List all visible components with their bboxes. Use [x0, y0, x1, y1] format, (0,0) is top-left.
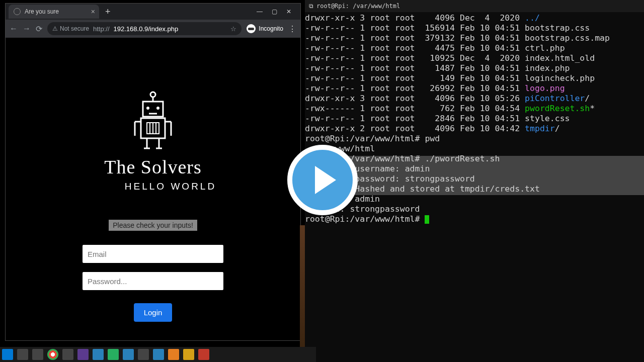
warning-icon: ⚠ [52, 25, 58, 32]
incognito-badge: Incognito [247, 24, 283, 33]
tab-title: Are you sure [25, 8, 59, 15]
svg-point-0 [150, 92, 155, 97]
hello-world: HELLO WORLD [125, 181, 216, 192]
url-prefix: http:// [93, 25, 110, 33]
incognito-label: Incognito [259, 25, 283, 32]
start-button[interactable] [2, 349, 13, 360]
window-controls: — ▢ ✕ [257, 8, 297, 15]
terminal-content[interactable]: drwxr-xr-x 3 root root 4096 Dec 4 2020 .… [305, 12, 644, 225]
app-icon-7[interactable] [198, 349, 209, 360]
password-field[interactable] [83, 272, 223, 290]
app-icon-2[interactable] [93, 349, 104, 360]
svg-point-3 [146, 107, 149, 110]
settings-icon[interactable] [62, 349, 73, 360]
not-secure-badge: ⚠ Not secure [52, 25, 89, 32]
app-icon-4[interactable] [138, 349, 149, 360]
browser-tab[interactable]: Are you sure × [9, 5, 99, 19]
chrome-icon[interactable] [47, 349, 58, 360]
close-window-icon[interactable]: ✕ [286, 8, 291, 15]
task-view-icon[interactable] [17, 349, 28, 360]
maximize-icon[interactable]: ▢ [272, 8, 277, 15]
vscode-icon[interactable] [153, 349, 164, 360]
menu-icon[interactable]: ⋮ [288, 24, 296, 34]
app-icon-5[interactable] [168, 349, 179, 360]
tab-bar: Are you sure × + — ▢ ✕ [6, 4, 300, 20]
url-text: 192.168.0.9/index.php [114, 25, 179, 33]
taskbar [0, 347, 316, 362]
robot-logo-icon [128, 90, 178, 151]
app-icon-6[interactable] [183, 349, 194, 360]
terminal-title: root@Rpi: /var/www/html [316, 3, 400, 10]
new-tab-button[interactable]: + [105, 7, 111, 17]
file-explorer-icon[interactable] [32, 349, 43, 360]
terminal-titlebar: ⧉ root@Rpi: /var/www/html [305, 0, 644, 12]
address-bar[interactable]: ⚠ Not secure http://192.168.0.9/index.ph… [47, 22, 242, 35]
email-field[interactable] [83, 245, 223, 263]
close-icon[interactable]: × [91, 8, 95, 16]
browser-window: Are you sure × + — ▢ ✕ ← → ⟳ ⚠ Not secur… [5, 3, 301, 341]
login-form: Login [83, 245, 223, 322]
reload-icon[interactable]: ⟳ [36, 24, 42, 34]
svg-point-4 [156, 107, 159, 110]
browser-toolbar: ← → ⟳ ⚠ Not secure http://192.168.0.9/in… [6, 20, 300, 38]
login-button[interactable]: Login [134, 303, 173, 322]
edge-icon[interactable] [123, 349, 134, 360]
app-icon-3[interactable] [108, 349, 119, 360]
brand-title: The Solvers [104, 156, 202, 178]
back-icon[interactable]: ← [10, 24, 18, 33]
app-icon-1[interactable] [77, 349, 89, 360]
play-icon [315, 166, 336, 194]
minimize-icon[interactable]: — [257, 8, 263, 15]
tab-favicon-icon [14, 8, 21, 15]
incognito-icon [247, 24, 256, 33]
forward-icon[interactable]: → [23, 24, 31, 33]
play-button[interactable] [287, 145, 358, 215]
terminal-icon: ⧉ [309, 3, 313, 10]
bookmark-icon[interactable]: ☆ [230, 25, 236, 33]
error-message: Please check your inputs! [109, 220, 197, 231]
not-secure-label: Not secure [60, 25, 89, 32]
page-content: The Solvers HELLO WORLD Please check you… [6, 38, 300, 340]
